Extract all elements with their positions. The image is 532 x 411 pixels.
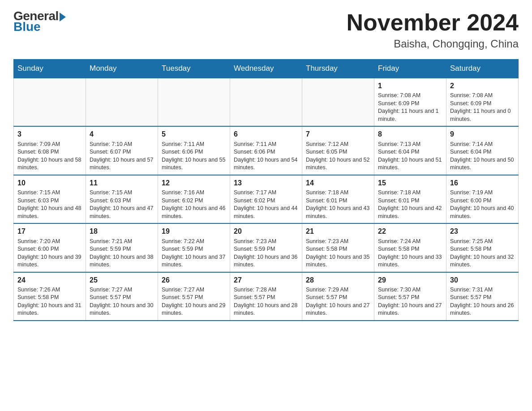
day-number: 5: [162, 129, 226, 139]
table-row: [14, 78, 86, 126]
day-info: Sunrise: 7:25 AM Sunset: 5:58 PM Dayligh…: [450, 238, 515, 269]
table-row: [302, 78, 374, 126]
table-row: 27Sunrise: 7:28 AM Sunset: 5:57 PM Dayli…: [230, 272, 302, 321]
table-row: 24Sunrise: 7:26 AM Sunset: 5:58 PM Dayli…: [14, 272, 86, 321]
day-number: 10: [17, 178, 82, 188]
calendar-week-row: 24Sunrise: 7:26 AM Sunset: 5:58 PM Dayli…: [14, 272, 519, 321]
day-header-wednesday: Wednesday: [230, 60, 302, 78]
day-number: 21: [306, 227, 370, 236]
header-row: SundayMondayTuesdayWednesdayThursdayFrid…: [14, 60, 519, 78]
day-info: Sunrise: 7:23 AM Sunset: 5:58 PM Dayligh…: [306, 238, 370, 269]
day-number: 19: [162, 227, 226, 236]
day-header-monday: Monday: [86, 60, 158, 78]
day-number: 28: [306, 275, 370, 285]
day-info: Sunrise: 7:31 AM Sunset: 5:57 PM Dayligh…: [450, 286, 515, 317]
day-info: Sunrise: 7:17 AM Sunset: 6:02 PM Dayligh…: [234, 189, 298, 220]
day-info: Sunrise: 7:20 AM Sunset: 6:00 PM Dayligh…: [17, 238, 82, 269]
day-info: Sunrise: 7:10 AM Sunset: 6:07 PM Dayligh…: [90, 141, 154, 172]
table-row: [86, 78, 158, 126]
table-row: 8Sunrise: 7:13 AM Sunset: 6:04 PM Daylig…: [374, 126, 446, 175]
day-number: 24: [17, 275, 82, 285]
day-header-thursday: Thursday: [302, 60, 374, 78]
day-number: 14: [306, 178, 370, 188]
day-number: 23: [450, 227, 515, 236]
table-row: 11Sunrise: 7:15 AM Sunset: 6:03 PM Dayli…: [86, 175, 158, 223]
day-header-saturday: Saturday: [446, 60, 519, 78]
title-section: November 2024 Baisha, Chongqing, China: [347, 9, 519, 50]
table-row: 4Sunrise: 7:10 AM Sunset: 6:07 PM Daylig…: [86, 126, 158, 175]
calendar-week-row: 3Sunrise: 7:09 AM Sunset: 6:08 PM Daylig…: [14, 126, 519, 175]
day-info: Sunrise: 7:08 AM Sunset: 6:09 PM Dayligh…: [378, 92, 442, 123]
table-row: 25Sunrise: 7:27 AM Sunset: 5:57 PM Dayli…: [86, 272, 158, 321]
day-header-tuesday: Tuesday: [158, 60, 230, 78]
day-number: 18: [90, 227, 154, 236]
day-info: Sunrise: 7:26 AM Sunset: 5:58 PM Dayligh…: [17, 286, 82, 317]
day-number: 29: [378, 275, 442, 285]
table-row: 5Sunrise: 7:11 AM Sunset: 6:06 PM Daylig…: [158, 126, 230, 175]
day-info: Sunrise: 7:13 AM Sunset: 6:04 PM Dayligh…: [378, 141, 442, 172]
day-info: Sunrise: 7:11 AM Sunset: 6:06 PM Dayligh…: [234, 141, 298, 172]
table-row: 21Sunrise: 7:23 AM Sunset: 5:58 PM Dayli…: [302, 223, 374, 272]
table-row: 18Sunrise: 7:21 AM Sunset: 5:59 PM Dayli…: [86, 223, 158, 272]
table-row: 15Sunrise: 7:18 AM Sunset: 6:01 PM Dayli…: [374, 175, 446, 223]
table-row: 29Sunrise: 7:30 AM Sunset: 5:57 PM Dayli…: [374, 272, 446, 321]
day-number: 20: [234, 227, 298, 236]
day-number: 22: [378, 227, 442, 236]
table-row: 3Sunrise: 7:09 AM Sunset: 6:08 PM Daylig…: [14, 126, 86, 175]
day-info: Sunrise: 7:09 AM Sunset: 6:08 PM Dayligh…: [17, 141, 82, 172]
day-info: Sunrise: 7:18 AM Sunset: 6:01 PM Dayligh…: [378, 189, 442, 220]
location-title: Baisha, Chongqing, China: [347, 38, 519, 50]
table-row: 26Sunrise: 7:27 AM Sunset: 5:57 PM Dayli…: [158, 272, 230, 321]
table-row: 6Sunrise: 7:11 AM Sunset: 6:06 PM Daylig…: [230, 126, 302, 175]
day-number: 11: [90, 178, 154, 188]
day-header-friday: Friday: [374, 60, 446, 78]
day-number: 26: [162, 275, 226, 285]
table-row: 19Sunrise: 7:22 AM Sunset: 5:59 PM Dayli…: [158, 223, 230, 272]
table-row: 2Sunrise: 7:08 AM Sunset: 6:09 PM Daylig…: [446, 78, 519, 126]
day-number: 6: [234, 129, 298, 139]
day-number: 9: [450, 129, 515, 139]
table-row: 22Sunrise: 7:24 AM Sunset: 5:58 PM Dayli…: [374, 223, 446, 272]
day-number: 1: [378, 81, 442, 91]
calendar-header: SundayMondayTuesdayWednesdayThursdayFrid…: [14, 60, 519, 78]
table-row: 28Sunrise: 7:29 AM Sunset: 5:57 PM Dayli…: [302, 272, 374, 321]
day-number: 15: [378, 178, 442, 188]
day-info: Sunrise: 7:18 AM Sunset: 6:01 PM Dayligh…: [306, 189, 370, 220]
table-row: 10Sunrise: 7:15 AM Sunset: 6:03 PM Dayli…: [14, 175, 86, 223]
day-info: Sunrise: 7:15 AM Sunset: 6:03 PM Dayligh…: [17, 189, 82, 220]
day-info: Sunrise: 7:27 AM Sunset: 5:57 PM Dayligh…: [90, 286, 154, 317]
day-info: Sunrise: 7:14 AM Sunset: 6:04 PM Dayligh…: [450, 141, 515, 172]
day-info: Sunrise: 7:16 AM Sunset: 6:02 PM Dayligh…: [162, 189, 226, 220]
day-info: Sunrise: 7:23 AM Sunset: 5:59 PM Dayligh…: [234, 238, 298, 269]
logo-arrow-icon: [60, 13, 66, 21]
table-row: [158, 78, 230, 126]
day-info: Sunrise: 7:28 AM Sunset: 5:57 PM Dayligh…: [234, 286, 298, 317]
table-row: 20Sunrise: 7:23 AM Sunset: 5:59 PM Dayli…: [230, 223, 302, 272]
day-info: Sunrise: 7:08 AM Sunset: 6:09 PM Dayligh…: [450, 92, 515, 123]
day-header-sunday: Sunday: [14, 60, 86, 78]
day-number: 12: [162, 178, 226, 188]
table-row: 23Sunrise: 7:25 AM Sunset: 5:58 PM Dayli…: [446, 223, 519, 272]
day-number: 2: [450, 81, 515, 91]
day-info: Sunrise: 7:12 AM Sunset: 6:05 PM Dayligh…: [306, 141, 370, 172]
day-number: 30: [450, 275, 515, 285]
day-info: Sunrise: 7:22 AM Sunset: 5:59 PM Dayligh…: [162, 238, 226, 269]
month-title: November 2024: [347, 9, 519, 36]
page-header: General Blue November 2024 Baisha, Chong…: [13, 9, 519, 50]
day-number: 13: [234, 178, 298, 188]
day-number: 16: [450, 178, 515, 188]
calendar-table: SundayMondayTuesdayWednesdayThursdayFrid…: [13, 59, 519, 321]
day-info: Sunrise: 7:21 AM Sunset: 5:59 PM Dayligh…: [90, 238, 154, 269]
day-info: Sunrise: 7:29 AM Sunset: 5:57 PM Dayligh…: [306, 286, 370, 317]
calendar-week-row: 10Sunrise: 7:15 AM Sunset: 6:03 PM Dayli…: [14, 175, 519, 223]
table-row: 13Sunrise: 7:17 AM Sunset: 6:02 PM Dayli…: [230, 175, 302, 223]
table-row: 30Sunrise: 7:31 AM Sunset: 5:57 PM Dayli…: [446, 272, 519, 321]
table-row: [230, 78, 302, 126]
logo: General Blue: [13, 9, 66, 34]
day-info: Sunrise: 7:19 AM Sunset: 6:00 PM Dayligh…: [450, 189, 515, 220]
calendar-week-row: 1Sunrise: 7:08 AM Sunset: 6:09 PM Daylig…: [14, 78, 519, 126]
logo-blue-text: Blue: [13, 20, 41, 34]
table-row: 16Sunrise: 7:19 AM Sunset: 6:00 PM Dayli…: [446, 175, 519, 223]
calendar-body: 1Sunrise: 7:08 AM Sunset: 6:09 PM Daylig…: [14, 78, 519, 321]
day-info: Sunrise: 7:15 AM Sunset: 6:03 PM Dayligh…: [90, 189, 154, 220]
